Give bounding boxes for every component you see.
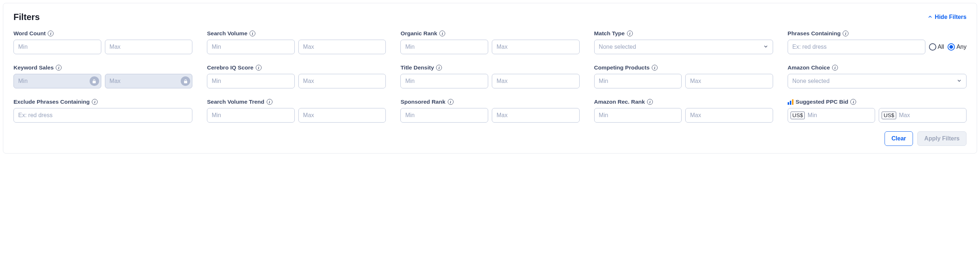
sponsored-rank-max-input[interactable] [492, 108, 580, 123]
label-amazon-rec-rank: Amazon Rec. Rank i [594, 99, 773, 105]
word-count-max-input[interactable] [105, 39, 193, 54]
field-competing-products: Competing Products i [594, 65, 773, 88]
info-icon[interactable]: i [256, 65, 262, 71]
field-keyword-sales: Keyword Sales i [13, 65, 192, 88]
match-type-value: None selected [599, 44, 636, 50]
info-icon[interactable]: i [250, 30, 255, 36]
label-search-volume: Search Volume i [207, 30, 386, 37]
competing-products-min-input[interactable] [594, 74, 682, 88]
info-icon[interactable]: i [652, 65, 658, 71]
field-match-type: Match Type i None selected [594, 30, 773, 54]
competing-products-max-input[interactable] [685, 74, 773, 88]
label-competing-products: Competing Products i [594, 65, 773, 71]
info-icon[interactable]: i [850, 99, 856, 105]
field-title-density: Title Density i [400, 65, 579, 88]
phrases-containing-input[interactable] [788, 39, 925, 54]
hide-filters-label: Hide Filters [935, 14, 967, 21]
phrase-mode-all-radio[interactable]: All [929, 43, 944, 51]
label-sponsored-rank: Sponsored Rank i [400, 99, 579, 105]
bar-chart-icon [788, 99, 794, 105]
search-volume-min-input[interactable] [207, 39, 295, 54]
label-word-count: Word Count i [13, 30, 192, 37]
sponsored-rank-min-input[interactable] [400, 108, 488, 123]
clear-button[interactable]: Clear [885, 131, 913, 146]
chevron-down-icon [763, 44, 768, 50]
field-sv-trend: Search Volume Trend i [207, 99, 386, 123]
info-icon[interactable]: i [48, 30, 54, 36]
title-density-min-input[interactable] [400, 74, 488, 88]
field-amazon-choice: Amazon Choice i None selected [788, 65, 967, 88]
cerebro-iq-max-input[interactable] [298, 74, 386, 88]
keyword-sales-max-input [105, 74, 193, 88]
info-icon[interactable]: i [92, 99, 98, 105]
filters-panel: Filters Hide Filters Word Count i Search… [3, 3, 977, 153]
title-density-max-input[interactable] [492, 74, 580, 88]
field-word-count: Word Count i [13, 30, 192, 54]
hide-filters-toggle[interactable]: Hide Filters [928, 14, 967, 21]
search-volume-max-input[interactable] [298, 39, 386, 54]
field-search-volume: Search Volume i [207, 30, 386, 54]
chevron-up-icon [928, 14, 933, 21]
apply-filters-button: Apply Filters [917, 131, 967, 146]
label-amazon-choice: Amazon Choice i [788, 65, 967, 71]
label-match-type: Match Type i [594, 30, 773, 37]
info-icon[interactable]: i [627, 30, 633, 36]
field-exclude-phrases: Exclude Phrases Containing i [13, 99, 192, 123]
field-amazon-rec-rank: Amazon Rec. Rank i [594, 99, 773, 123]
label-suggested-ppc: Suggested PPC Bid i [788, 99, 967, 105]
field-suggested-ppc: Suggested PPC Bid i US$ US$ [788, 99, 967, 123]
match-type-select[interactable]: None selected [594, 39, 773, 54]
field-sponsored-rank: Sponsored Rank i [400, 99, 579, 123]
keyword-sales-min-input [13, 74, 101, 88]
label-exclude-phrases: Exclude Phrases Containing i [13, 99, 192, 105]
sv-trend-max-input[interactable] [298, 108, 386, 123]
chevron-down-icon [957, 78, 962, 84]
info-icon[interactable]: i [56, 65, 62, 71]
radio-icon [929, 43, 936, 51]
amazon-choice-value: None selected [792, 78, 830, 84]
sv-trend-min-input[interactable] [207, 108, 295, 123]
label-title-density: Title Density i [400, 65, 579, 71]
cerebro-iq-min-input[interactable] [207, 74, 295, 88]
amazon-choice-select[interactable]: None selected [788, 74, 967, 88]
field-cerebro-iq: Cerebro IQ Score i [207, 65, 386, 88]
exclude-phrases-input[interactable] [13, 108, 192, 123]
organic-rank-max-input[interactable] [492, 39, 580, 54]
radio-icon [948, 43, 955, 51]
amazon-rec-rank-min-input[interactable] [594, 108, 682, 123]
filters-header: Filters Hide Filters [13, 12, 967, 22]
info-icon[interactable]: i [436, 65, 442, 71]
info-icon[interactable]: i [647, 99, 653, 105]
field-phrases-containing: Phrases Containing i All Any [788, 30, 967, 54]
info-icon[interactable]: i [439, 30, 445, 36]
info-icon[interactable]: i [448, 99, 453, 105]
currency-prefix: US$ [881, 112, 896, 119]
info-icon[interactable]: i [267, 99, 272, 105]
label-phrases-containing: Phrases Containing i [788, 30, 967, 37]
word-count-min-input[interactable] [13, 39, 101, 54]
lock-icon[interactable] [181, 76, 190, 86]
phrase-mode-any-radio[interactable]: Any [948, 43, 967, 51]
filters-grid: Word Count i Search Volume i Organic Ran… [13, 30, 967, 123]
amazon-rec-rank-max-input[interactable] [685, 108, 773, 123]
filters-title: Filters [13, 12, 40, 22]
lock-icon[interactable] [90, 76, 99, 86]
label-cerebro-iq: Cerebro IQ Score i [207, 65, 386, 71]
field-organic-rank: Organic Rank i [400, 30, 579, 54]
info-icon[interactable]: i [832, 65, 838, 71]
info-icon[interactable]: i [843, 30, 848, 36]
label-keyword-sales: Keyword Sales i [13, 65, 192, 71]
filters-footer: Clear Apply Filters [13, 131, 967, 146]
currency-prefix: US$ [791, 112, 805, 119]
organic-rank-min-input[interactable] [400, 39, 488, 54]
label-sv-trend: Search Volume Trend i [207, 99, 386, 105]
label-organic-rank: Organic Rank i [400, 30, 579, 37]
